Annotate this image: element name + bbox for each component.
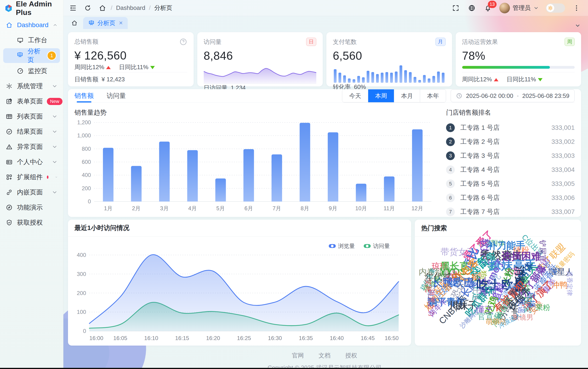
collapse-menu-icon[interactable] bbox=[69, 3, 78, 13]
payments-sparkline-chart bbox=[333, 62, 446, 83]
username: 管理员 bbox=[513, 4, 531, 12]
chevron-down-icon bbox=[52, 159, 58, 165]
sidebar-item-system[interactable]: 系统管理 bbox=[0, 79, 63, 94]
rank-badge: 4 bbox=[446, 165, 455, 174]
sidebar-item-list[interactable]: 列表页面 bbox=[0, 109, 63, 124]
svg-text:11月: 11月 bbox=[384, 205, 395, 211]
notifications-bell-icon[interactable]: 13 bbox=[483, 3, 492, 13]
sidebar-item-profile[interactable]: 个人中心 bbox=[0, 154, 63, 170]
rank-value: 333,006 bbox=[551, 194, 575, 202]
app-title: Ele Admin Plus bbox=[16, 0, 59, 17]
sales-bar-chart: 02004006008001,0001,2001月2月3月4月5月6月7月8月9… bbox=[74, 117, 437, 214]
svg-text:7月: 7月 bbox=[273, 205, 281, 211]
theme-toggle[interactable] bbox=[546, 3, 565, 13]
svg-text:16:00: 16:00 bbox=[89, 335, 103, 341]
visits-sparkline-chart bbox=[204, 62, 316, 84]
svg-text:200: 200 bbox=[77, 290, 86, 296]
date-range-picker[interactable]: 2025-06-02 00:00 - 2025-06-08 23:59 bbox=[451, 89, 575, 102]
breadcrumb-dashboard[interactable]: Dashboard bbox=[116, 4, 145, 11]
sidebar-item-iframe[interactable]: 内嵌页面 bbox=[0, 185, 63, 200]
range-button-本月[interactable]: 本月 bbox=[394, 89, 420, 102]
svg-text:16:10: 16:10 bbox=[144, 335, 158, 341]
footer-link-site[interactable]: 官网 bbox=[292, 351, 304, 359]
sidebar-item-analysis[interactable]: 分析页 1 bbox=[3, 48, 60, 63]
card-visits: 访问量 日 8,846 日访问量 1,234 bbox=[197, 32, 323, 86]
sidebar-item-extension[interactable]: 扩展组件 bbox=[0, 170, 63, 185]
sidebar-item-dashboard[interactable]: Dashboard bbox=[0, 18, 63, 33]
breadcrumb-home-icon[interactable] bbox=[98, 3, 107, 13]
sidebar-item-form[interactable]: 表单页面 New bbox=[0, 94, 63, 109]
notification-badge: 13 bbox=[488, 1, 497, 8]
range-button-本周[interactable]: 本周 bbox=[368, 89, 394, 102]
sales-panel: 销售额 访问量 今天本周本月本年 2025-06-02 00:00 - 2025… bbox=[68, 89, 581, 217]
chevron-down-icon bbox=[52, 129, 58, 135]
main-area: / Dashboard / 分析页 13 管理员 bbox=[63, 0, 588, 369]
user-menu[interactable]: 管理员 bbox=[499, 3, 539, 13]
hot-search-title: 热门搜索 bbox=[415, 220, 581, 237]
svg-text:访问量: 访问量 bbox=[373, 243, 390, 249]
more-menu-icon[interactable] bbox=[572, 3, 581, 13]
chevron-down-icon bbox=[52, 113, 58, 120]
app-logo-icon: e bbox=[5, 3, 13, 13]
tab-sales[interactable]: 销售额 bbox=[74, 89, 94, 102]
tab-home[interactable] bbox=[67, 17, 82, 29]
sidebar-item-exception[interactable]: 异常页面 bbox=[0, 139, 63, 154]
footer-link-license[interactable]: 授权 bbox=[345, 351, 357, 359]
help-icon[interactable] bbox=[179, 38, 187, 46]
tab-analysis[interactable]: 分析页 × bbox=[83, 17, 128, 29]
card-label: 访问量 bbox=[204, 38, 222, 46]
card-label: 总销售额 bbox=[74, 38, 98, 46]
extension-dot-badge bbox=[47, 175, 49, 179]
table-icon bbox=[6, 113, 13, 120]
close-tab-icon[interactable]: × bbox=[119, 19, 123, 27]
tab-bar: 分析页 × bbox=[63, 16, 588, 29]
clock-icon bbox=[456, 92, 462, 99]
rank-badge: 7 bbox=[446, 207, 455, 216]
sidebar-item-monitor[interactable]: 监控页 bbox=[0, 63, 63, 79]
sidebar-item-workbench[interactable]: 工作台 bbox=[0, 33, 63, 48]
hot-word[interactable]: 真香定律 bbox=[567, 271, 573, 296]
refresh-icon[interactable] bbox=[83, 3, 92, 13]
sidebar-item-license[interactable]: 获取授权 bbox=[0, 215, 63, 230]
rank-value: 333,001 bbox=[551, 124, 575, 132]
rank-store-name: 工专路 3 号店 bbox=[460, 151, 500, 160]
gauge-icon bbox=[17, 67, 24, 75]
page-footer: 官网 文档 授权 Copyright © 2025 武汉易云智科技有限公司 bbox=[68, 348, 581, 369]
chevron-up-icon bbox=[53, 22, 58, 28]
date-range-segmented: 今天本周本月本年 bbox=[342, 89, 446, 102]
svg-text:300: 300 bbox=[77, 271, 86, 277]
fullscreen-icon[interactable] bbox=[451, 3, 460, 13]
header-actions: 13 管理员 bbox=[451, 3, 581, 13]
svg-text:e: e bbox=[8, 6, 10, 11]
tab-list-chevron-icon[interactable] bbox=[574, 22, 581, 29]
svg-text:12月: 12月 bbox=[412, 205, 423, 211]
rank-badge: 5 bbox=[446, 179, 455, 188]
svg-text:1,200: 1,200 bbox=[77, 119, 91, 125]
range-button-今天[interactable]: 今天 bbox=[342, 89, 368, 102]
globe-icon[interactable] bbox=[467, 3, 476, 13]
screen-bottom-edge bbox=[0, 368, 588, 369]
tab-visits[interactable]: 访问量 bbox=[107, 89, 126, 102]
sidebar-item-result[interactable]: 结果页面 bbox=[0, 124, 63, 139]
card-label: 支付笔数 bbox=[333, 38, 357, 46]
rank-badge: 1 bbox=[446, 123, 455, 132]
card-value: 8,846 bbox=[204, 49, 316, 62]
range-button-本年[interactable]: 本年 bbox=[420, 89, 446, 102]
rank-badge: 2 bbox=[446, 137, 455, 146]
sidebar-item-demo[interactable]: 功能演示 bbox=[0, 200, 63, 215]
hot-word[interactable]: 笑死 bbox=[425, 279, 432, 292]
logo[interactable]: e Ele Admin Plus bbox=[0, 0, 63, 17]
form-new-badge: New bbox=[47, 98, 62, 105]
chevron-down-icon bbox=[55, 174, 58, 180]
chevron-down-icon bbox=[52, 83, 58, 89]
hot-word[interactable]: 果粉 bbox=[535, 304, 550, 311]
activity-progress-bar bbox=[462, 66, 575, 69]
footer-link-docs[interactable]: 文档 bbox=[319, 351, 331, 359]
components-icon bbox=[6, 174, 13, 181]
badge-week: 周 bbox=[565, 38, 575, 46]
stat-cards-row: 总销售额 ¥ 126,560 周同比12% 日同比11% 日销售额 ¥ 12,4… bbox=[68, 32, 581, 86]
svg-text:浏览量: 浏览量 bbox=[338, 243, 355, 249]
card-value: 6,560 bbox=[333, 49, 446, 62]
rank-row: 1工专路 1 号店333,001 bbox=[446, 121, 575, 135]
avatar bbox=[499, 3, 510, 13]
